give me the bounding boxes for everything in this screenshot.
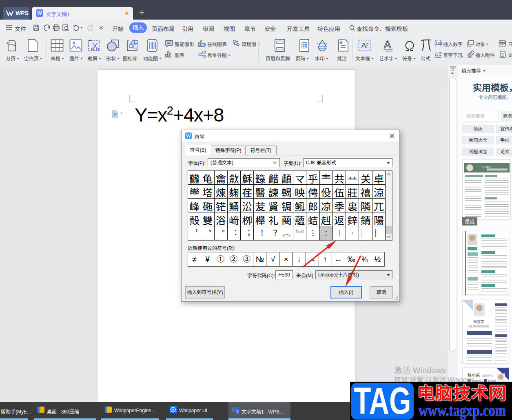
svg-text:123: 123: [436, 41, 442, 46]
svg-text:A: A: [434, 51, 439, 58]
svg-text:TAG: TAG: [354, 383, 411, 420]
svg-text:A: A: [361, 42, 366, 49]
svg-text:A: A: [384, 38, 391, 51]
